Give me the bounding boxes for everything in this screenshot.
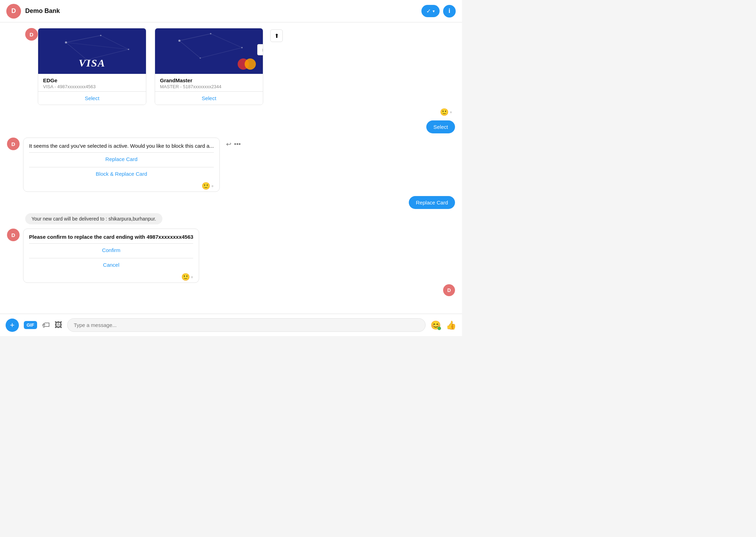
svg-line-15 [211, 34, 242, 48]
card-carousel: D VISA [25, 28, 455, 105]
add-button[interactable]: + [6, 319, 19, 332]
card-info-grandmaster: GrandMaster MASTER - 5187xxxxxxxx2344 [155, 74, 263, 91]
chat-area: D VISA [0, 22, 462, 314]
bot-avatar: D [25, 28, 38, 41]
delivery-info-bubble: Your new card will be delivered to : shi… [25, 213, 162, 224]
svg-line-4 [66, 35, 100, 42]
like-button[interactable]: 👍 [446, 320, 456, 330]
bot-msg-block: D It seems the card you've selected is a… [7, 138, 455, 192]
bot-bubble-block: It seems the card you've selected is act… [23, 138, 220, 192]
header-actions: ✓ ▾ i [421, 5, 456, 18]
msg-actions-row: ↩ ••• [226, 140, 241, 148]
online-indicator [438, 327, 441, 330]
svg-line-8 [66, 42, 128, 49]
card-visual-grandmaster [155, 28, 263, 74]
card-name-edge: EDGe [43, 77, 141, 83]
emoji-plus-btn-1[interactable]: 🙂+ [440, 108, 452, 116]
user-avatar-row: D [7, 284, 455, 296]
block-replace-card-btn[interactable]: Block & Replace Card [29, 167, 214, 180]
gif-button[interactable]: GIF [24, 321, 37, 329]
chevron-down-icon: ▾ [433, 9, 435, 14]
svg-line-16 [200, 48, 242, 58]
toolbar: + GIF 🏷 🖼 😊 👍 [0, 314, 462, 336]
card-name-grandmaster: GrandMaster [160, 77, 258, 83]
card-number-edge: VISA - 4987xxxxxxxx4563 [43, 84, 141, 89]
user-msg-select: Select [7, 120, 455, 133]
bot-avatar-3: D [7, 229, 20, 241]
info-icon: i [448, 7, 450, 15]
card-number-grandmaster: MASTER - 5187xxxxxxxx2344 [160, 84, 258, 89]
gif-icon: GIF [27, 322, 34, 328]
more-options-icon[interactable]: ••• [234, 141, 241, 148]
reply-icon[interactable]: ↩ [226, 140, 231, 148]
bot-bubble-confirm-text: Please confirm to replace the card endin… [29, 234, 193, 240]
header-title: Demo Bank [25, 7, 421, 15]
card-item-grandmaster: GrandMaster MASTER - 5187xxxxxxxx2344 Se… [155, 28, 263, 105]
card-logo-visa: VISA [79, 57, 105, 69]
card-visual-edge: VISA [38, 28, 146, 74]
bot-bubble-confirm: Please confirm to replace the card endin… [23, 229, 199, 283]
emoji-plus-btn-3[interactable]: 🙂+ [181, 273, 194, 281]
thumbs-up-icon: 👍 [446, 320, 456, 330]
emoji-row-1: 🙂+ [7, 108, 455, 116]
user-bubble-select: Select [426, 120, 455, 133]
user-avatar-small: D [443, 284, 455, 296]
plus-icon: + [10, 321, 15, 330]
replace-card-btn[interactable]: Replace Card [29, 152, 214, 166]
user-bubble-replace: Replace Card [409, 196, 455, 209]
sticker-icon: 🏷 [42, 321, 50, 330]
user-msg-replace: Replace Card [7, 196, 455, 209]
bot-bubble-block-text: It seems the card you've selected is act… [29, 143, 214, 149]
header-avatar: D [6, 4, 21, 19]
card-select-grandmaster[interactable]: Select [155, 91, 263, 105]
sticker-button[interactable]: 🏷 [42, 321, 50, 330]
svg-line-14 [180, 41, 201, 58]
card-info-edge: EDGe VISA - 4987xxxxxxxx4563 [38, 74, 146, 91]
svg-line-13 [180, 34, 211, 41]
bot-avatar-2: D [7, 138, 20, 150]
header: D Demo Bank ✓ ▾ i [0, 0, 462, 22]
checkmark-button[interactable]: ✓ ▾ [421, 5, 440, 17]
bot-msg-confirm: D Please confirm to replace the card end… [7, 229, 455, 283]
checkmark-icon: ✓ [426, 8, 431, 14]
message-input[interactable] [67, 318, 426, 332]
card-nav-arrow[interactable]: › [257, 44, 263, 55]
svg-line-6 [101, 35, 128, 49]
share-button[interactable]: ⬆ [270, 29, 283, 42]
emoji-button-wrapper: 😊 [430, 320, 441, 330]
delivery-info-wrapper: Your new card will be delivered to : shi… [25, 213, 455, 224]
emoji-plus-btn-2[interactable]: 🙂+ [202, 182, 214, 190]
card-select-edge[interactable]: Select [38, 91, 146, 105]
info-button[interactable]: i [443, 5, 456, 18]
cancel-btn[interactable]: Cancel [29, 258, 193, 271]
confirm-btn[interactable]: Confirm [29, 243, 193, 257]
image-button[interactable]: 🖼 [55, 321, 62, 330]
image-icon: 🖼 [55, 321, 62, 330]
card-item-edge: VISA EDGe VISA - 4987xxxxxxxx4563 Select [38, 28, 146, 105]
delivery-info-text: Your new card will be delivered to : shi… [31, 216, 156, 222]
